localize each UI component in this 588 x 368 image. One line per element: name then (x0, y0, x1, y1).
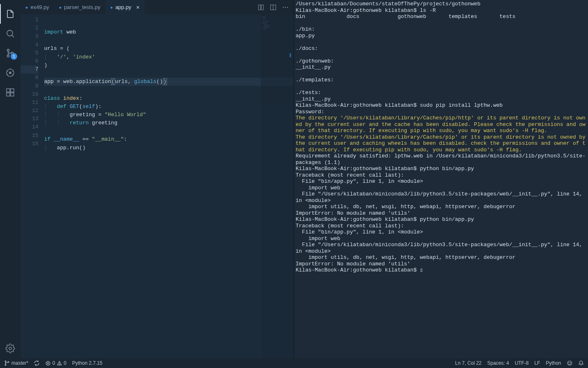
code-line[interactable]: urls = ( (44, 45, 294, 53)
terminal-line: Kilas-MacBook-Air:gothonweb kilataban$ p… (296, 216, 586, 223)
search-icon[interactable] (0, 24, 20, 43)
svg-point-26 (8, 361, 9, 363)
code-line[interactable] (44, 127, 294, 135)
terminal-line: ./templates: (296, 77, 586, 83)
terminal-line: File "bin/app.py", line 1, in <module> (296, 229, 586, 236)
code-line[interactable] (44, 86, 294, 94)
code-line[interactable] (44, 152, 294, 160)
terminal-line: bin docs gothonweb templates tests (296, 13, 586, 20)
svg-point-16 (9, 347, 11, 350)
tab-label: ex49.py (31, 4, 49, 10)
code-line[interactable]: ) (44, 61, 294, 70)
code-line[interactable]: import web (44, 28, 294, 36)
problems[interactable]: 0 0 (45, 360, 66, 366)
indentation[interactable]: Spaces: 4 (487, 360, 509, 366)
debug-icon[interactable] (0, 63, 20, 83)
code-line[interactable]: │ '/', 'index' (44, 53, 294, 61)
svg-point-33 (568, 362, 569, 363)
terminal-line: File "/Users/kilataban/miniconda3/lib/py… (296, 191, 586, 204)
terminal-line: File "/Users/kilataban/miniconda3/lib/py… (296, 242, 586, 254)
tab-ex49-py[interactable]: ●ex49.py (20, 0, 54, 14)
terminal-line: import web (296, 236, 586, 242)
source-control-badge: 1 (11, 53, 17, 60)
more-actions-icon[interactable] (282, 4, 289, 11)
python-file-icon: ● (59, 5, 62, 10)
terminal-pane[interactable]: /Users/kilataban/Documents/stateOfThePy/… (294, 0, 588, 358)
svg-point-34 (570, 362, 571, 363)
code-line[interactable]: app = web.application(urls, globals()) (44, 78, 294, 86)
code-line[interactable] (44, 70, 294, 78)
terminal-line: Requirement already satisfied: lpthw.web… (296, 153, 586, 166)
terminal-line: /Users/kilataban/Documents/stateOfThePy/… (296, 1, 586, 7)
code-line[interactable] (44, 36, 294, 45)
svg-rect-12 (7, 89, 10, 92)
svg-rect-15 (11, 89, 14, 92)
tab-parser_tests-py[interactable]: ●parser_tests.py (54, 0, 105, 14)
terminal-line: ./gothonweb: (296, 58, 586, 65)
svg-rect-13 (7, 93, 10, 96)
svg-point-0 (7, 30, 13, 36)
python-interpreter[interactable]: Python 2.7.15 (72, 360, 102, 366)
svg-line-1 (12, 35, 14, 37)
code-line[interactable]: class index: (44, 94, 294, 103)
main-area: 1 ●ex49.py●parser_tests.py●app.py× (0, 0, 588, 358)
svg-point-25 (5, 364, 6, 366)
terminal-line: ImportError: No module named 'utils' (296, 261, 586, 267)
code-area[interactable]: import weburls = (│ '/', 'index')app = w… (44, 14, 294, 358)
editor-pane: ●ex49.py●parser_tests.py●app.py× 1234567… (20, 0, 294, 358)
source-control-icon[interactable]: 1 (0, 43, 20, 63)
code-line[interactable]: │ │ return greeting (44, 119, 294, 127)
terminal-line: app.py (296, 33, 586, 39)
terminal-line: The directory '/Users/kilataban/Library/… (296, 134, 586, 153)
svg-point-3 (7, 55, 9, 57)
terminal-line (296, 71, 586, 77)
terminal-line: Kilas-MacBook-Air:gothonweb kilataban$ s… (296, 102, 586, 109)
terminal-line (296, 20, 586, 27)
terminal-line: Kilas-MacBook-Air:gothonweb kilataban$ p… (296, 166, 586, 172)
code-line[interactable]: │ app.run() (44, 144, 294, 152)
terminal-line: import web (296, 185, 586, 191)
terminal-line: Kilas-MacBook-Air:gothonweb kilataban$ ▯ (296, 267, 586, 274)
line-gutter: 12345678910111213141516 (20, 14, 44, 358)
encoding[interactable]: UTF-8 (515, 360, 529, 366)
cursor-position[interactable]: Ln 7, Col 22 (455, 360, 482, 366)
code-line[interactable]: │ def GET(self): (44, 103, 294, 111)
error-count: 0 (52, 360, 55, 366)
terminal-line: import utils, db, net, wsgi, http, webap… (296, 254, 586, 261)
terminal-line: ./tests: (296, 90, 586, 96)
git-branch[interactable]: master* (4, 360, 28, 366)
minimap[interactable]: ▄▄▄ ▄▄ ▄▄▄ ▄ ▄ ▄▄▄ ▄ ▄▄ ▄ ▄▄▄▄▄▄▄ ▄▄▄ ▄▄… (261, 14, 294, 358)
tab-app-py[interactable]: ●app.py× (105, 0, 145, 14)
terminal-line (296, 83, 586, 90)
sync-icon[interactable] (34, 360, 40, 366)
code-line[interactable]: │ │ greeting = "Hello World" (44, 111, 294, 119)
split-editor-icon[interactable] (270, 4, 276, 11)
notifications-icon[interactable] (578, 360, 584, 366)
explorer-icon[interactable] (0, 4, 20, 24)
svg-point-32 (568, 361, 572, 366)
close-icon[interactable]: × (136, 4, 139, 11)
terminal-line: ./bin: (296, 26, 586, 33)
extensions-icon[interactable] (0, 83, 20, 102)
terminal-line: import utils, db, net, wsgi, http, webap… (296, 204, 586, 210)
terminal-line (296, 52, 586, 58)
feedback-icon[interactable] (567, 360, 572, 366)
svg-point-22 (285, 7, 286, 8)
settings-icon[interactable] (0, 339, 20, 358)
svg-rect-14 (11, 93, 14, 96)
compare-icon[interactable] (258, 4, 264, 11)
svg-point-2 (7, 49, 9, 52)
language-mode[interactable]: Python (546, 360, 561, 366)
svg-point-24 (5, 361, 6, 362)
tab-label: app.py (115, 4, 131, 10)
eol[interactable]: LF (535, 360, 540, 366)
tab-bar: ●ex49.py●parser_tests.py●app.py× (20, 0, 294, 14)
svg-point-31 (59, 364, 60, 364)
code-line[interactable]: if __name__ == "__main__": (44, 135, 294, 144)
svg-rect-17 (258, 5, 261, 10)
terminal-line: __init__.py (296, 64, 586, 71)
editor-body[interactable]: 12345678910111213141516 import weburls =… (20, 14, 294, 358)
terminal-line (296, 39, 586, 45)
terminal-line: File "bin/app.py", line 1, in <module> (296, 178, 586, 185)
terminal-line: __init__.py (296, 96, 586, 103)
